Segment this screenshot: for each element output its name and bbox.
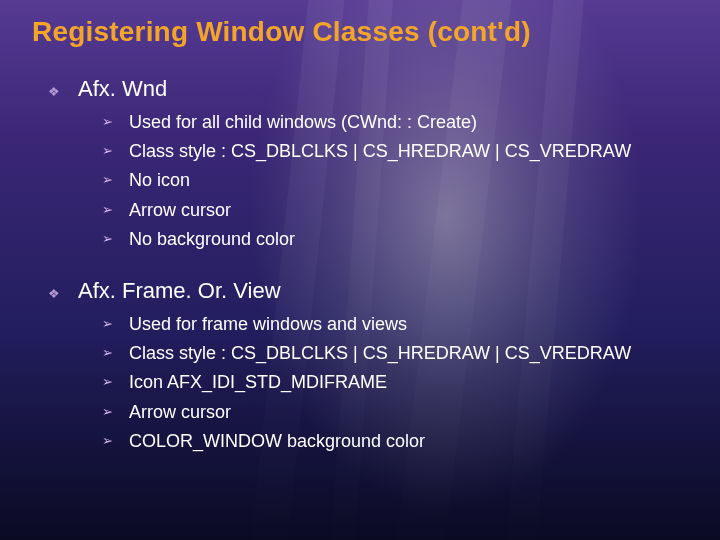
list-item-label: COLOR_WINDOW background color (129, 429, 425, 454)
section-afxframeorview: ❖ Afx. Frame. Or. View ➢Used for frame w… (32, 278, 688, 454)
section-head: ❖ Afx. Frame. Or. View (48, 278, 688, 304)
list-item-label: No icon (129, 168, 190, 193)
list-item: ➢No icon (102, 168, 688, 193)
list-item: ➢Class style : CS_DBLCLKS | CS_HREDRAW |… (102, 341, 688, 366)
list-item-label: Icon AFX_IDI_STD_MDIFRAME (129, 370, 387, 395)
chevron-icon: ➢ (102, 232, 113, 245)
chevron-icon: ➢ (102, 203, 113, 216)
section-title: Afx. Wnd (78, 76, 167, 102)
chevron-icon: ➢ (102, 346, 113, 359)
page-title: Registering Window Classes (cont'd) (32, 16, 688, 48)
list-item: ➢Icon AFX_IDI_STD_MDIFRAME (102, 370, 688, 395)
chevron-icon: ➢ (102, 317, 113, 330)
list-item: ➢COLOR_WINDOW background color (102, 429, 688, 454)
list-item: ➢Arrow cursor (102, 400, 688, 425)
section-afxwnd: ❖ Afx. Wnd ➢Used for all child windows (… (32, 76, 688, 252)
chevron-icon: ➢ (102, 144, 113, 157)
chevron-icon: ➢ (102, 173, 113, 186)
diamond-bullet-icon: ❖ (48, 287, 60, 300)
list-item: ➢Used for frame windows and views (102, 312, 688, 337)
sub-list: ➢Used for all child windows (CWnd: : Cre… (102, 110, 688, 252)
list-item: ➢No background color (102, 227, 688, 252)
diamond-bullet-icon: ❖ (48, 85, 60, 98)
list-item-label: Class style : CS_DBLCLKS | CS_HREDRAW | … (129, 139, 631, 164)
list-item-label: No background color (129, 227, 295, 252)
list-item-label: Used for all child windows (CWnd: : Crea… (129, 110, 477, 135)
list-item-label: Class style : CS_DBLCLKS | CS_HREDRAW | … (129, 341, 631, 366)
slide: Registering Window Classes (cont'd) ❖ Af… (0, 0, 720, 540)
chevron-icon: ➢ (102, 375, 113, 388)
list-item-label: Arrow cursor (129, 198, 231, 223)
list-item-label: Arrow cursor (129, 400, 231, 425)
list-item-label: Used for frame windows and views (129, 312, 407, 337)
list-item: ➢Used for all child windows (CWnd: : Cre… (102, 110, 688, 135)
sub-list: ➢Used for frame windows and views ➢Class… (102, 312, 688, 454)
chevron-icon: ➢ (102, 434, 113, 447)
section-head: ❖ Afx. Wnd (48, 76, 688, 102)
list-item: ➢Class style : CS_DBLCLKS | CS_HREDRAW |… (102, 139, 688, 164)
section-title: Afx. Frame. Or. View (78, 278, 281, 304)
chevron-icon: ➢ (102, 115, 113, 128)
list-item: ➢Arrow cursor (102, 198, 688, 223)
chevron-icon: ➢ (102, 405, 113, 418)
